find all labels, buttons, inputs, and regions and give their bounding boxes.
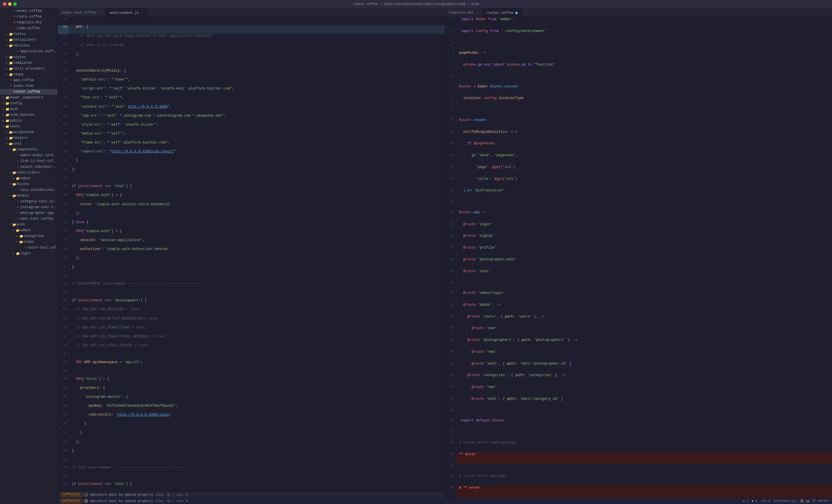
code-line: 33 @route 'new' [445,385,832,397]
file-photographer-appr[interactable]: ● photographer-appro [0,210,57,216]
file-tree-item-template-hbs[interactable]: ● template.hbs [0,20,57,25]
code-line: 54 // ENV.APP.LOG_TRANSITIONS = true; [58,326,445,335]
line-content: # Linter error messages [457,474,832,486]
collapsed-arrow: ▶ [5,73,9,76]
folder-serializers[interactable]: ▶ 📁 serializers [0,37,57,43]
folder-mixins[interactable]: ▼ 📂 mixins [0,181,57,187]
folder-unit[interactable]: ▼ 📂 unit [0,141,57,147]
folder-login-pods[interactable]: ▶ 📁 login [0,251,57,256]
line-content: 'media-src': "'self'", [69,132,445,141]
folder-node-modules[interactable]: ▶ 📁 node_modules [0,112,57,118]
file-tree-item-route-coffee[interactable]: ● route.coffee [0,14,57,20]
code-line: 28 'font-src': "'self'", [58,95,445,105]
line-content: ENV.APP.apiNamespace = 'api/v1'; [69,360,445,369]
file-coffee-icon: ● [16,159,20,163]
folder-config[interactable]: ▼ 📂 config [0,101,57,106]
code-line: 16 ).on 'didTransition' [445,189,832,200]
folder-routes[interactable]: ▶ 📁 routes [0,31,57,37]
line-content: ).on 'didTransition' [457,189,832,200]
code-line: 57 [58,353,445,360]
tab-template-hbs[interactable]: template.hbs ✕ [445,8,483,17]
line-content: ENV['torii'] = { [69,377,445,386]
folder-components[interactable]: ▼ 📂 components [0,147,57,152]
folder-label: torii-providers [13,67,56,71]
code-line: 34 @route 'edit', { path: 'edit/:categor… [445,397,832,409]
tab-close-button[interactable]: ✕ [475,11,479,15]
folder-categories-pods[interactable]: ▶ 📁 categories [0,233,57,239]
folder-dist[interactable]: ▶ 📁 dist [0,106,57,112]
folder-sessions[interactable]: ▼ 📂 sessions [0,43,57,49]
line-number: 10 [445,118,457,130]
close-button[interactable] [3,2,6,6]
file-tree: ● model.coffee ● route.coffee ● template… [0,8,58,504]
collapsed-arrow: ▶ [11,177,16,180]
right-code-area[interactable]: 1 `import Ember from 'ember'` 2 `import … [445,17,832,498]
folder-open-icon: 📂 [19,240,24,244]
folder-helpers[interactable]: ▶ 📁 helpers [0,135,57,141]
file-app-coffee[interactable]: ● app.coffee [0,77,57,83]
file-router-coffee[interactable]: ● router.coffee [0,89,57,95]
folder-templates[interactable]: ▶ 📁 templates [0,60,57,66]
folder-views[interactable]: ▶ 📁 views [0,72,57,77]
folder-acceptance[interactable]: ▼ 📂 acceptance [0,129,57,135]
code-line: 72 if (environment === 'test') { [58,482,445,491]
file-index-html[interactable]: ● index.html [0,83,57,89]
file-instagram-user-test[interactable]: ● instagram-user-test. [0,204,57,210]
file-route-test-cof[interactable]: ● route-test.cof [0,245,57,251]
minimize-button[interactable] [8,2,11,6]
file-select-checkbox-test[interactable]: ● select-checkbox-tes [0,164,57,170]
file-application-coffee[interactable]: ● application.coffee [0,49,57,54]
line-number: 39 [58,193,69,202]
line-number: 6 [445,75,457,85]
folder-admin-pods[interactable]: ▼ 📂 admin [0,227,57,233]
folder-styles[interactable]: ▶ 📁 styles [0,54,57,60]
folder-icon: 📁 [9,37,13,42]
file-lazy-validations[interactable]: ● lazy-validations-tes [0,187,57,193]
folder-controllers[interactable]: ▼ 📂 controllers [0,170,57,175]
line-content: @route 'categories', { path: 'categories… [457,373,832,385]
main-layout: ● model.coffee ● route.coffee ● template… [0,8,832,504]
folder-label: public [10,119,56,123]
file-tree-item-view-coffee[interactable]: ● view.coffee [0,25,57,31]
file-admin-modal-test[interactable]: ● admin-modal-test.c [0,152,57,158]
folder-pods[interactable]: ▼ 📂 pods [0,222,57,227]
line-number: 57 [58,353,69,360]
maximize-button[interactable] [13,2,17,6]
file-user-test[interactable]: ● user-test.coffee [0,216,57,222]
expanded-arrow: ▼ [1,102,5,105]
file-category-test[interactable]: ● category-test.coffee [0,199,57,204]
folder-admin-sub[interactable]: ▶ 📁 admin [0,175,57,181]
code-line: 69 [58,458,445,466]
line-content: @route 'admin/login' [457,291,832,303]
expanded-arrow: ▼ [1,125,5,128]
code-line: 50 [58,291,445,299]
file-label: application.coffee [20,49,56,53]
line-number: 32 [58,132,69,141]
file-hbs-icon: ● [12,20,17,25]
status-left: coffeelint ! Operators must be spaced pr… [61,499,739,503]
tab-environment-js[interactable]: environment.js ✕ [106,8,148,17]
line-content [457,200,832,211]
folder-bower-components[interactable]: ▶ 📁 bower_components [0,95,57,101]
folder-models[interactable]: ▼ 📂 models [0,193,57,199]
tab-close-button[interactable]: ✕ [98,11,102,15]
line-number: 52 [58,307,69,316]
tab-close-button[interactable]: ✕ [140,11,145,15]
code-line: 58 ENV.APP.apiNamespace = 'api/v1'; [58,360,445,369]
code-line: 32 @route 'categories', { path: 'categor… [445,373,832,385]
file-coffee-icon: ● [9,78,13,83]
file-link-li-test[interactable]: ● link-li-test.coffee [0,158,57,164]
folder-tests[interactable]: ▼ 📂 tests [0,123,57,129]
left-code-area[interactable]: 19 20 APP: { 21 // Here you can pass fla… [58,17,445,491]
folder-public[interactable]: ▶ 📁 public [0,118,57,123]
line-number: 19 [58,17,69,25]
folder-torii-providers[interactable]: ▶ 📁 torii-providers [0,66,57,72]
tab-login-test[interactable]: login-test.coffee ✕ [58,8,106,17]
file-tree-item-model-coffee[interactable]: ● model.coffee [0,8,57,14]
code-line: 46 }; [58,256,445,265]
code-line: 25 @route 'admin/login' [445,291,832,303]
line-content: ENV['simple-auth'] = { [69,193,445,202]
tab-router-coffee[interactable]: router.coffee [483,8,521,17]
folder-index-pods[interactable]: ▼ 📂 index [0,239,57,245]
line-content: }, [69,52,445,61]
